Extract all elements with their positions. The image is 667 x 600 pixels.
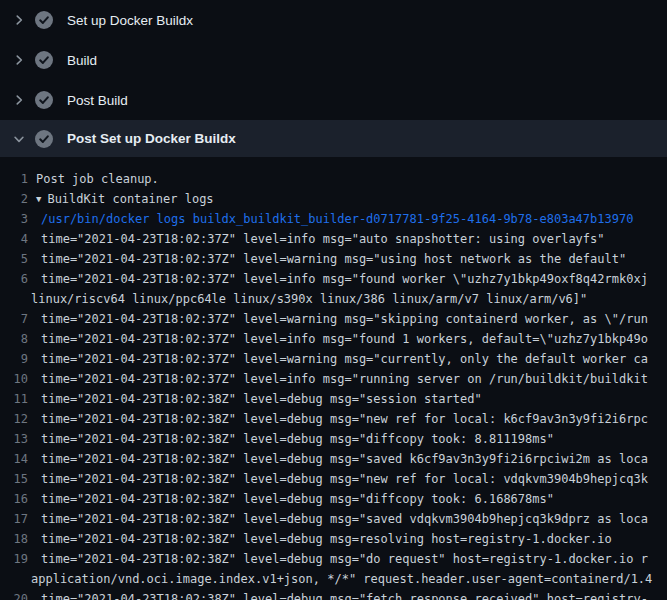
log-text: application/vnd.oci.image.index.v1+json,… — [28, 569, 652, 589]
log-line-continuation: linux/riscv64 linux/ppc64le linux/s390x … — [0, 289, 667, 309]
log-line-number[interactable]: 18 — [0, 529, 28, 549]
log-line: 13time="2021-04-23T18:02:38Z" level=debu… — [0, 429, 667, 449]
step-list: Set up Docker BuildxBuildPost BuildPost … — [0, 0, 667, 157]
log-line: 15time="2021-04-23T18:02:38Z" level=debu… — [0, 469, 667, 489]
check-circle-icon — [35, 11, 53, 29]
log-line-number[interactable]: 5 — [0, 249, 28, 269]
log-group-toggle[interactable]: ▼BuildKit container logs — [28, 189, 214, 209]
log-text: time="2021-04-23T18:02:37Z" level=info m… — [28, 369, 648, 389]
check-circle-icon — [35, 51, 53, 69]
step-row-set-up-docker-buildx[interactable]: Set up Docker Buildx — [0, 0, 667, 40]
log-line-number[interactable]: 16 — [0, 489, 28, 509]
chevron-down-icon[interactable] — [12, 132, 26, 146]
log-command-text: /usr/bin/docker logs buildx_buildkit_bui… — [28, 209, 633, 229]
log-line-continuation: application/vnd.oci.image.index.v1+json,… — [0, 569, 667, 589]
log-line-number[interactable]: 8 — [0, 329, 28, 349]
log-text: time="2021-04-23T18:02:38Z" level=debug … — [28, 529, 612, 549]
log-line: 5time="2021-04-23T18:02:37Z" level=warni… — [0, 249, 667, 269]
log-text: time="2021-04-23T18:02:38Z" level=debug … — [28, 509, 648, 529]
log-line: 4time="2021-04-23T18:02:37Z" level=info … — [0, 229, 667, 249]
log-line: 3/usr/bin/docker logs buildx_buildkit_bu… — [0, 209, 667, 229]
check-circle-icon — [35, 130, 53, 148]
log-text: linux/riscv64 linux/ppc64le linux/s390x … — [28, 289, 587, 309]
log-line: 11time="2021-04-23T18:02:38Z" level=debu… — [0, 389, 667, 409]
log-text: time="2021-04-23T18:02:38Z" level=debug … — [28, 489, 554, 509]
check-circle-icon — [35, 91, 53, 109]
workflow-log-panel: Set up Docker BuildxBuildPost BuildPost … — [0, 0, 667, 600]
log-line-number[interactable]: 7 — [0, 309, 28, 329]
log-text: time="2021-04-23T18:02:37Z" level=warnin… — [28, 349, 648, 369]
log-line: 2▼BuildKit container logs — [0, 189, 667, 209]
step-label: Build — [67, 53, 97, 68]
log-line: 12time="2021-04-23T18:02:38Z" level=debu… — [0, 409, 667, 429]
log-line-number[interactable]: 17 — [0, 509, 28, 529]
log-line-number[interactable]: 13 — [0, 429, 28, 449]
log-line: 10time="2021-04-23T18:02:37Z" level=info… — [0, 369, 667, 389]
log-line-number[interactable]: 2 — [0, 189, 28, 209]
log-line: 1Post job cleanup. — [0, 169, 667, 189]
log-text: time="2021-04-23T18:02:37Z" level=warnin… — [28, 309, 648, 329]
log-line: 9time="2021-04-23T18:02:37Z" level=warni… — [0, 349, 667, 369]
step-label: Post Set up Docker Buildx — [67, 131, 236, 146]
log-line: 20time="2021-04-23T18:02:38Z" level=debu… — [0, 589, 667, 600]
log-line-number[interactable]: 10 — [0, 369, 28, 389]
log-text: Post job cleanup. — [28, 169, 159, 189]
log-line-number[interactable]: 20 — [0, 589, 28, 600]
log-line: 19time="2021-04-23T18:02:38Z" level=debu… — [0, 549, 667, 569]
log-line-number[interactable]: 12 — [0, 409, 28, 429]
log-line-number[interactable]: 14 — [0, 449, 28, 469]
step-label: Post Build — [67, 93, 128, 108]
log-text: time="2021-04-23T18:02:37Z" level=info m… — [28, 269, 648, 289]
log-text: time="2021-04-23T18:02:37Z" level=warnin… — [28, 249, 626, 269]
log-line-number[interactable]: 11 — [0, 389, 28, 409]
chevron-right-icon[interactable] — [12, 93, 26, 107]
log-line-number[interactable]: 1 — [0, 169, 28, 189]
step-row-post-set-up-docker-buildx[interactable]: Post Set up Docker Buildx — [0, 120, 667, 157]
step-row-post-build[interactable]: Post Build — [0, 80, 667, 120]
log-text: time="2021-04-23T18:02:38Z" level=debug … — [28, 389, 482, 409]
log-text: time="2021-04-23T18:02:37Z" level=info m… — [28, 329, 648, 349]
log-text: time="2021-04-23T18:02:38Z" level=debug … — [28, 549, 648, 569]
log-line-number[interactable]: 19 — [0, 549, 28, 569]
log-line: 17time="2021-04-23T18:02:38Z" level=debu… — [0, 509, 667, 529]
log-text: time="2021-04-23T18:02:38Z" level=debug … — [28, 469, 648, 489]
log-line: 16time="2021-04-23T18:02:38Z" level=debu… — [0, 489, 667, 509]
log-text: time="2021-04-23T18:02:37Z" level=info m… — [28, 229, 605, 249]
log-area: 1Post job cleanup.2▼BuildKit container l… — [0, 157, 667, 600]
log-line: 7time="2021-04-23T18:02:37Z" level=warni… — [0, 309, 667, 329]
log-group-label[interactable]: BuildKit container logs — [47, 192, 213, 206]
log-line: 18time="2021-04-23T18:02:38Z" level=debu… — [0, 529, 667, 549]
chevron-right-icon[interactable] — [12, 53, 26, 67]
log-line-number[interactable]: 4 — [0, 229, 28, 249]
log-line: 14time="2021-04-23T18:02:38Z" level=debu… — [0, 449, 667, 469]
step-label: Set up Docker Buildx — [67, 13, 193, 28]
log-line-number[interactable]: 6 — [0, 269, 28, 289]
log-line-number — [0, 289, 28, 309]
log-line: 6time="2021-04-23T18:02:37Z" level=info … — [0, 269, 667, 289]
log-text: time="2021-04-23T18:02:38Z" level=debug … — [28, 589, 648, 600]
log-text: time="2021-04-23T18:02:38Z" level=debug … — [28, 429, 554, 449]
log-line: 8time="2021-04-23T18:02:37Z" level=info … — [0, 329, 667, 349]
triangle-down-icon[interactable]: ▼ — [36, 194, 41, 204]
step-row-build[interactable]: Build — [0, 40, 667, 80]
log-line-number — [0, 569, 28, 589]
log-line-number[interactable]: 9 — [0, 349, 28, 369]
log-text: time="2021-04-23T18:02:38Z" level=debug … — [28, 409, 648, 429]
log-text: time="2021-04-23T18:02:38Z" level=debug … — [28, 449, 648, 469]
log-line-number[interactable]: 3 — [0, 209, 28, 229]
chevron-right-icon[interactable] — [12, 13, 26, 27]
log-line-number[interactable]: 15 — [0, 469, 28, 489]
